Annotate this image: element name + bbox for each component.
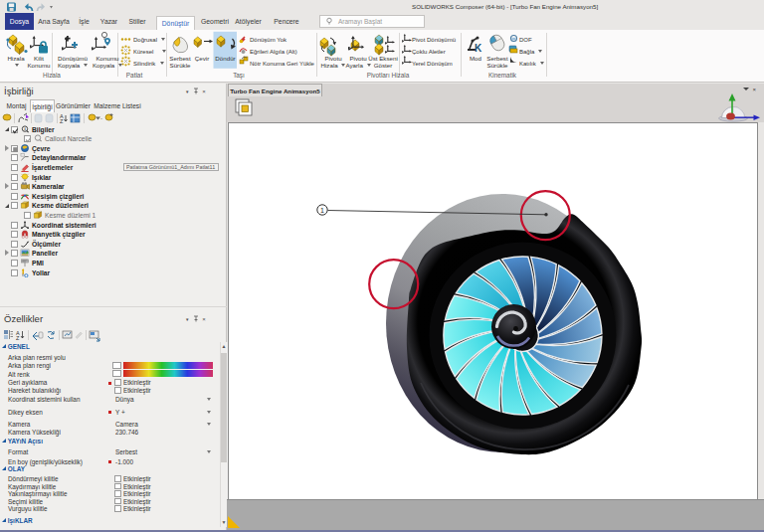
svg-text:-: -	[100, 115, 102, 121]
svg-text:Z: Z	[16, 335, 20, 341]
svg-text:1: 1	[320, 207, 324, 214]
